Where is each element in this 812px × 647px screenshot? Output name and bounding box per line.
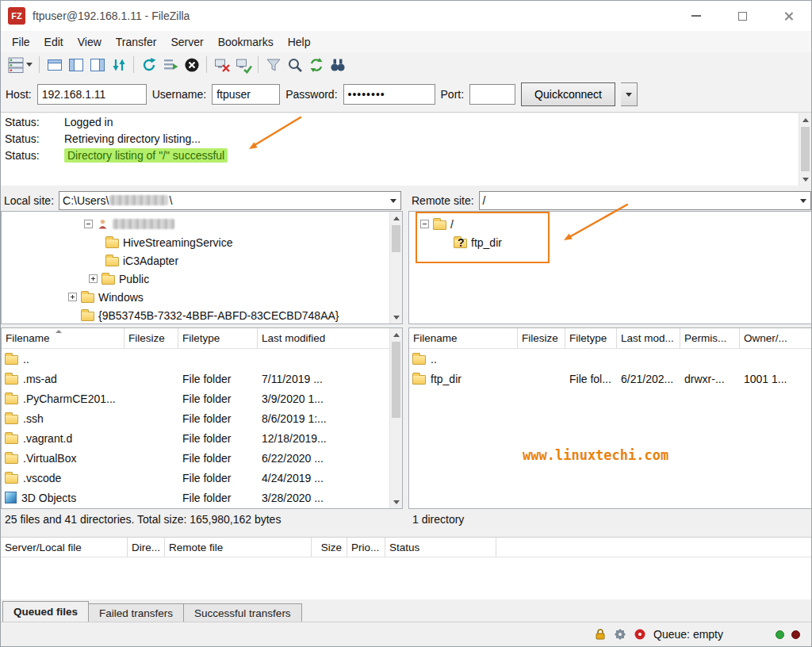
column-header-filename[interactable]: Filename (409, 328, 518, 348)
host-input[interactable] (37, 84, 147, 105)
tree-item-ftp-dir[interactable]: ? ftp_dir (409, 233, 812, 251)
minimize-button[interactable] (673, 1, 719, 31)
expand-icon[interactable] (89, 274, 98, 283)
file-search-button[interactable] (284, 54, 305, 75)
expand-icon[interactable] (68, 293, 77, 301)
chevron-down-icon[interactable] (390, 199, 396, 203)
file-row[interactable]: .vscode File folder 4/24/2019 ... (2, 468, 402, 488)
column-label: Filename (6, 332, 50, 344)
menu-bookmarks[interactable]: Bookmarks (211, 33, 281, 51)
file-row[interactable]: .. (409, 349, 812, 369)
toggle-message-log-button[interactable] (44, 54, 65, 75)
menu-file[interactable]: File (5, 33, 37, 51)
scroll-down-button[interactable] (390, 496, 402, 508)
folder-icon (102, 275, 115, 285)
synchronized-browsing-button[interactable] (305, 54, 327, 75)
maximize-button[interactable] (719, 1, 765, 31)
scroll-up-button[interactable] (390, 328, 402, 341)
scroll-down-button[interactable] (390, 311, 402, 324)
disconnect-icon (213, 56, 231, 74)
column-header-size[interactable]: Size (312, 538, 347, 557)
collapse-icon[interactable] (420, 220, 429, 228)
log-scrollbar[interactable] (799, 113, 811, 186)
column-header-filesize[interactable]: Filesize (518, 328, 565, 348)
menu-edit[interactable]: Edit (37, 33, 71, 51)
file-row[interactable]: .VirtualBox File folder 6/22/2020 ... (2, 448, 402, 468)
column-header-filetype[interactable]: Filetype (565, 328, 617, 348)
filter-button[interactable] (262, 54, 284, 75)
port-input[interactable] (469, 84, 515, 105)
tree-item-root[interactable]: / (409, 215, 812, 233)
disconnect-button[interactable] (211, 54, 232, 75)
alert-icon[interactable] (634, 628, 646, 641)
collapse-icon[interactable] (84, 220, 93, 228)
toggle-remote-tree-button[interactable] (86, 54, 108, 75)
scrollbar-thumb[interactable] (392, 225, 400, 252)
tree-item-user-folder[interactable] (2, 215, 402, 233)
scrollbar-thumb[interactable] (801, 127, 810, 171)
gear-icon[interactable] (614, 628, 626, 641)
cancel-operation-button[interactable] (181, 54, 202, 75)
site-manager-dropdown-icon[interactable] (26, 63, 33, 67)
column-header-priority[interactable]: Prio... (347, 538, 385, 557)
scroll-up-button[interactable] (390, 212, 402, 224)
file-row[interactable]: .PyCharmCE201... File folder 3/9/2020 1.… (2, 389, 402, 408)
directory-comparison-button[interactable] (327, 54, 348, 75)
menu-server[interactable]: Server (163, 33, 210, 51)
scrollbar-thumb[interactable] (392, 342, 400, 418)
column-header-server-local-file[interactable]: Server/Local file (1, 538, 128, 557)
column-header-owner[interactable]: Owner/... (740, 328, 812, 348)
close-button[interactable] (765, 1, 811, 31)
column-header-filesize[interactable]: Filesize (124, 328, 178, 348)
scroll-up-button[interactable] (799, 113, 811, 126)
column-header-status[interactable]: Status (385, 538, 496, 557)
lock-icon[interactable] (594, 628, 607, 641)
refresh-button[interactable] (138, 54, 159, 75)
triangle-down-icon (802, 178, 809, 182)
scroll-down-button[interactable] (799, 173, 811, 186)
file-row[interactable]: .. (2, 349, 402, 369)
toggle-transfer-queue-button[interactable] (108, 54, 129, 75)
toggle-local-tree-button[interactable] (65, 54, 86, 75)
file-type: File fol... (565, 373, 617, 385)
remote-site-combo[interactable]: / (479, 191, 811, 210)
tab-failed-transfers[interactable]: Failed transfers (89, 603, 184, 622)
reconnect-button[interactable] (232, 54, 254, 75)
column-header-last-modified[interactable]: Last modified (258, 328, 402, 348)
file-row[interactable]: 3D Objects File folder 3/28/2020 ... (2, 488, 402, 507)
menu-help[interactable]: Help (281, 33, 318, 51)
tab-queued-files[interactable]: Queued files (2, 601, 89, 622)
quickconnect-dropdown-button[interactable] (621, 82, 638, 106)
tab-successful-transfers[interactable]: Successful transfers (184, 603, 302, 622)
column-header-filename[interactable]: Filename (2, 328, 124, 348)
column-header-remote-file[interactable]: Remote file (165, 538, 312, 557)
file-row[interactable]: .vagrant.d File folder 12/18/2019... (2, 428, 402, 448)
local-site-combo[interactable]: C:\Users\ \ (59, 191, 401, 210)
file-row[interactable]: .ms-ad File folder 7/11/2019 ... (2, 369, 402, 389)
column-header-permissions[interactable]: Permis... (680, 328, 740, 348)
chevron-down-icon[interactable] (800, 199, 806, 203)
site-manager-button[interactable] (5, 54, 26, 75)
tree-item-ic3adapter[interactable]: iC3Adapter (2, 251, 402, 270)
column-header-direction[interactable]: Dire... (128, 538, 165, 557)
column-header-filetype[interactable]: Filetype (178, 328, 258, 348)
file-row[interactable]: .ssh File folder 8/6/2019 1:... (2, 408, 402, 428)
username-input[interactable] (212, 84, 280, 105)
tree-item-hivestreamingservice[interactable]: HiveStreamingService (2, 233, 402, 251)
tree-item-windows[interactable]: Windows (2, 288, 402, 306)
password-input[interactable] (343, 84, 435, 105)
local-list-scrollbar[interactable] (389, 328, 402, 508)
menu-view[interactable]: View (71, 33, 109, 51)
quickconnect-button[interactable]: Quickconnect (521, 82, 615, 106)
menu-transfer[interactable]: Transfer (109, 33, 164, 51)
folder-icon (105, 239, 119, 248)
local-tree-scrollbar[interactable] (389, 212, 402, 324)
column-label: Remote file (169, 542, 223, 553)
tree-item-public[interactable]: Public (2, 270, 402, 288)
process-queue-button[interactable] (159, 54, 181, 75)
folder-unknown-icon: ? (454, 239, 467, 248)
column-header-last-modified[interactable]: Last mod... (617, 328, 680, 348)
tree-item-guid-folder[interactable]: {9B53745B-7332-4BBF-ABFD-83CECBD748AA} (2, 306, 402, 324)
remote-status-bar: 1 directory (408, 509, 812, 530)
file-row[interactable]: ftp_dir File fol... 6/21/202... drwxr-..… (409, 369, 812, 389)
